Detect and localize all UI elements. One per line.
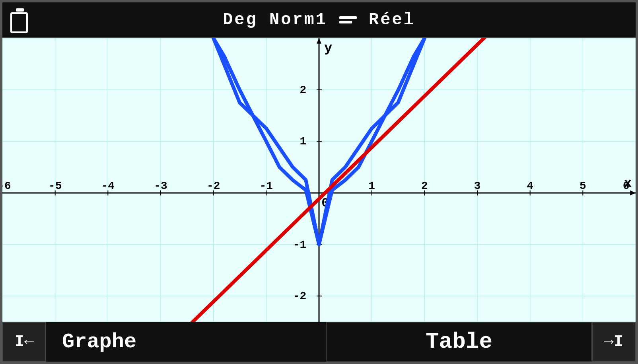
svg-text:4: 4 bbox=[527, 180, 533, 192]
mode-label: Réel bbox=[369, 10, 415, 29]
graphe-label: Graphe bbox=[62, 330, 136, 354]
svg-text:-5: -5 bbox=[49, 180, 62, 192]
svg-text:-1: -1 bbox=[260, 180, 273, 192]
svg-text:-3: -3 bbox=[154, 180, 167, 192]
screen-icon bbox=[339, 16, 357, 23]
battery-icon bbox=[10, 8, 29, 31]
svg-text:2: 2 bbox=[300, 84, 307, 96]
svg-text:3: 3 bbox=[474, 180, 481, 192]
calculator-screen: Deg Norm1 Réel .grid-line { stroke: #b2f… bbox=[0, 0, 638, 364]
left-nav-button[interactable]: I← bbox=[2, 322, 46, 362]
svg-text:-6: -6 bbox=[2, 180, 11, 192]
graph-canvas: .grid-line { stroke: #b2f0ee; stroke-wid… bbox=[2, 38, 636, 322]
table-button[interactable]: Table bbox=[326, 322, 592, 362]
footer-bar: I← Graphe Table →I bbox=[2, 322, 636, 362]
svg-text:-2: -2 bbox=[293, 290, 306, 302]
svg-text:5: 5 bbox=[580, 180, 586, 192]
left-nav-icon: I← bbox=[15, 333, 34, 351]
y-axis-label: y bbox=[324, 41, 332, 56]
header-bar: Deg Norm1 Réel bbox=[2, 2, 636, 38]
right-nav-icon: →I bbox=[604, 333, 623, 351]
header-title: Deg Norm1 Réel bbox=[223, 10, 415, 29]
graphe-section: Graphe bbox=[46, 330, 326, 354]
svg-text:-2: -2 bbox=[207, 180, 220, 192]
table-label: Table bbox=[426, 329, 492, 354]
right-nav-button[interactable]: →I bbox=[592, 322, 636, 362]
svg-text:-4: -4 bbox=[101, 180, 115, 192]
svg-text:2: 2 bbox=[421, 180, 428, 192]
svg-text:1: 1 bbox=[300, 136, 307, 148]
deg-norm-label: Deg Norm1 bbox=[223, 10, 327, 29]
svg-text:-1: -1 bbox=[293, 239, 306, 251]
svg-text:6: 6 bbox=[623, 180, 630, 192]
graph-area: .grid-line { stroke: #b2f0ee; stroke-wid… bbox=[2, 38, 636, 322]
svg-text:1: 1 bbox=[368, 180, 375, 192]
